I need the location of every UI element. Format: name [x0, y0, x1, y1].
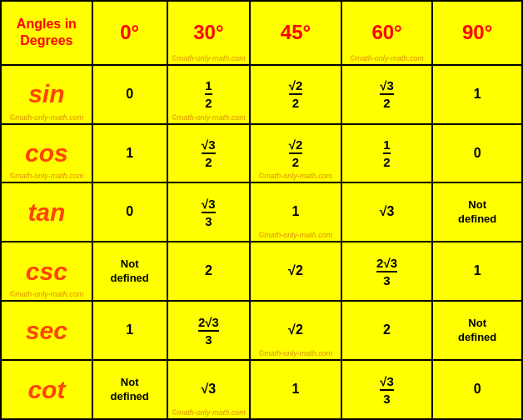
header-angles-label: Angles inDegrees: [1, 1, 92, 65]
header-90deg: 90°: [432, 1, 522, 65]
sec-0: 1: [92, 301, 167, 360]
sin-30: 1 2 ©math-only-math.com: [167, 65, 251, 124]
sec-45: √2 ©math-only-math.com: [250, 301, 341, 360]
func-cot: cot: [1, 360, 92, 419]
csc-30: 2: [167, 242, 251, 301]
cos-60: 1 2: [341, 124, 433, 183]
header-45deg: 45°: [250, 1, 341, 65]
cot-30: √3 ©math-only-math.com: [167, 360, 251, 419]
func-sec: sec: [1, 301, 92, 360]
cot-0: Notdefined: [92, 360, 167, 419]
func-tan: tan: [1, 182, 92, 242]
sec-60: 2: [341, 301, 433, 360]
csc-0: Notdefined: [92, 242, 167, 301]
cot-60: √3 3: [341, 360, 433, 419]
header-60deg: 60° ©math-only-math.com: [341, 1, 433, 65]
header-30deg: 30° ©math-only-math.com: [167, 1, 251, 65]
func-sin: sin ©math-only-math.com: [1, 65, 92, 124]
csc-60: 2√3 3: [341, 242, 433, 301]
csc-45: √2: [250, 242, 341, 301]
cos-30: √3 2: [167, 124, 251, 183]
cos-90: 0: [432, 124, 522, 183]
sin-0: 0: [92, 65, 167, 124]
cot-45: 1: [250, 360, 341, 419]
tan-0: 0: [92, 182, 167, 242]
sin-90: 1: [432, 65, 522, 124]
header-0deg: 0°: [92, 1, 167, 65]
func-csc: csc ©math-only-math.com: [1, 242, 92, 301]
tan-90: Notdefined: [432, 182, 522, 242]
sec-90: Notdefined: [432, 301, 522, 360]
func-cos: cos ©math-only-math.com: [1, 124, 92, 183]
sin-60: √3 2: [341, 65, 433, 124]
sec-30: 2√3 3: [167, 301, 251, 360]
tan-60: √3: [341, 182, 433, 242]
sin-45: √2 2: [250, 65, 341, 124]
cot-90: 0: [432, 360, 522, 419]
cos-45: √2 2 ©math-only-math.com: [250, 124, 341, 183]
cos-0: 1: [92, 124, 167, 183]
tan-45: 1 ©math-only-math.com: [250, 182, 341, 242]
tan-30: √3 3: [167, 182, 251, 242]
csc-90: 1: [432, 242, 522, 301]
